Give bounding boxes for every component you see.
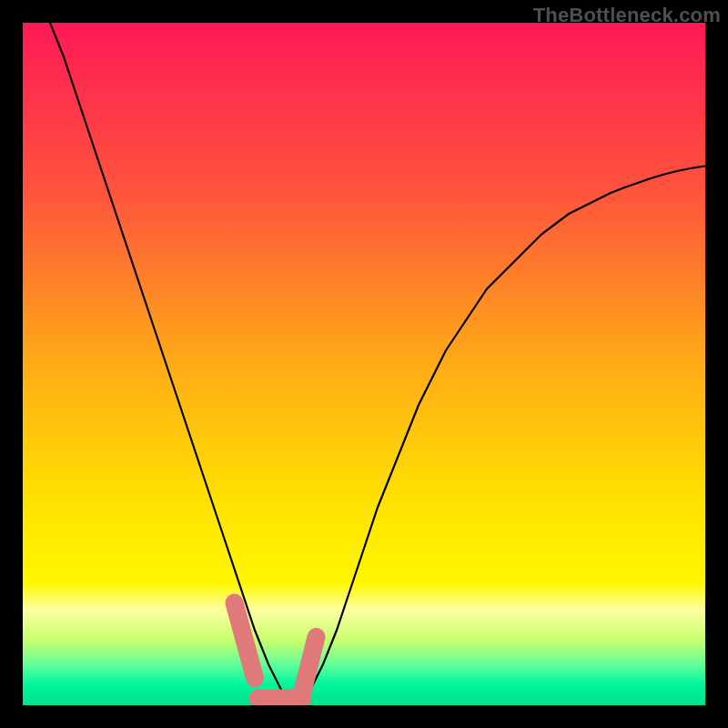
plot-area xyxy=(23,23,705,705)
gradient-background xyxy=(23,23,705,705)
chart-svg xyxy=(23,23,705,705)
outer-frame: TheBottleneck.com xyxy=(0,0,728,728)
